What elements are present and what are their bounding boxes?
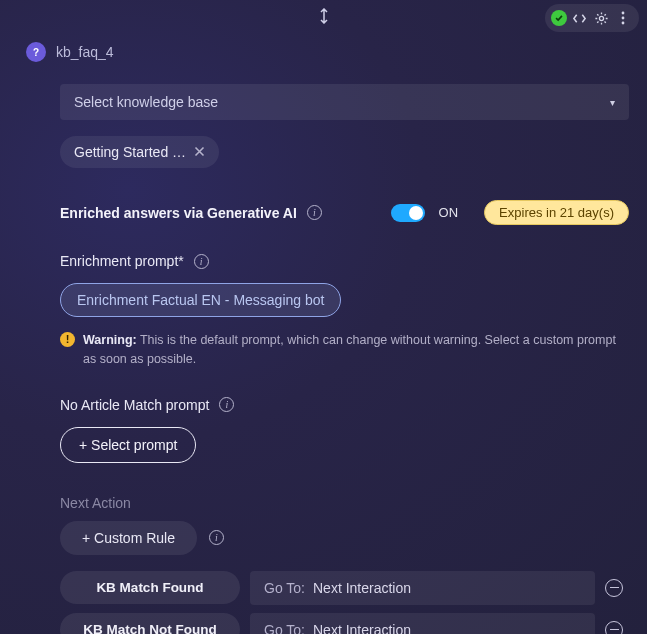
code-icon[interactable] [569, 8, 589, 28]
remove-rule-icon[interactable] [605, 579, 623, 597]
goto-select[interactable]: Go To: Next Interaction [250, 613, 595, 635]
chevron-down-icon: ▾ [610, 97, 615, 108]
warning-text: Warning: This is the default prompt, whi… [83, 331, 629, 369]
kb-chip-label: Getting Started … [74, 144, 186, 160]
knowledge-base-select[interactable]: Select knowledge base ▾ [60, 84, 629, 120]
kb-select-placeholder: Select knowledge base [74, 94, 218, 110]
drag-handle-icon[interactable] [318, 8, 330, 28]
next-action-heading: Next Action [60, 495, 629, 511]
goto-select[interactable]: Go To: Next Interaction [250, 571, 595, 605]
enrichment-prompt-label: Enrichment prompt* [60, 253, 184, 269]
node-type-icon: ? [26, 42, 46, 62]
expiry-badge: Expires in 21 day(s) [484, 200, 629, 225]
rule-label[interactable]: KB Match Not Found [60, 613, 240, 634]
svg-point-3 [622, 22, 625, 25]
info-icon[interactable]: i [194, 254, 209, 269]
svg-point-2 [622, 17, 625, 20]
info-icon[interactable]: i [209, 530, 224, 545]
no-article-prompt-label: No Article Match prompt [60, 397, 209, 413]
svg-point-0 [599, 16, 603, 20]
custom-rule-button[interactable]: + Custom Rule [60, 521, 197, 555]
info-icon[interactable]: i [307, 205, 322, 220]
status-ok-icon [551, 10, 567, 26]
enriched-answers-label: Enriched answers via Generative AI [60, 205, 297, 221]
more-menu-icon[interactable] [613, 8, 633, 28]
top-toolbar [545, 4, 639, 32]
kb-selected-chip[interactable]: Getting Started … [60, 136, 219, 168]
node-title[interactable]: kb_faq_4 [56, 44, 114, 60]
settings-gear-icon[interactable] [591, 8, 611, 28]
svg-point-1 [622, 12, 625, 15]
remove-chip-icon[interactable] [194, 144, 205, 160]
remove-rule-icon[interactable] [605, 621, 623, 635]
toggle-state-label: ON [439, 205, 459, 220]
select-prompt-button[interactable]: + Select prompt [60, 427, 196, 463]
info-icon[interactable]: i [219, 397, 234, 412]
enriched-toggle[interactable] [391, 204, 425, 222]
warning-icon: ! [60, 332, 75, 347]
enrichment-prompt-selected[interactable]: Enrichment Factual EN - Messaging bot [60, 283, 341, 317]
rule-label[interactable]: KB Match Found [60, 571, 240, 604]
